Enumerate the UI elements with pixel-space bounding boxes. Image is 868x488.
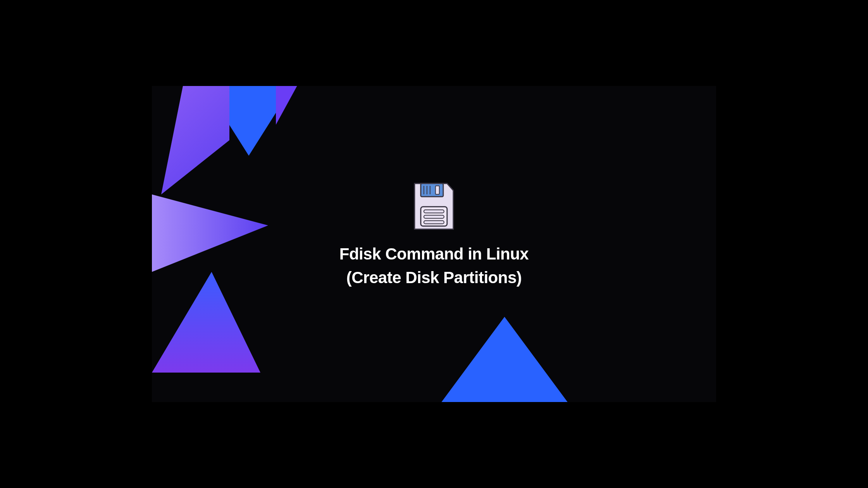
svg-rect-8 [424, 221, 444, 224]
svg-rect-1 [436, 186, 439, 194]
svg-rect-7 [424, 215, 444, 218]
hero-title: Fdisk Command in Linux (Create Disk Part… [339, 242, 529, 290]
decorative-triangle-bottom-left [152, 194, 268, 272]
decorative-triangle-top-left-purple [276, 86, 299, 125]
title-line-1: Fdisk Command in Linux [339, 242, 529, 266]
decorative-triangle-bottom-center [439, 317, 570, 402]
decorative-triangle-bottom-right [152, 272, 260, 373]
center-content: Fdisk Command in Linux (Create Disk Part… [339, 181, 529, 290]
floppy-disk-icon [412, 181, 456, 232]
svg-rect-6 [424, 210, 444, 213]
decorative-triangle-top-right [152, 86, 229, 194]
hero-banner: Fdisk Command in Linux (Create Disk Part… [152, 86, 716, 402]
title-line-2: (Create Disk Partitions) [339, 266, 529, 290]
